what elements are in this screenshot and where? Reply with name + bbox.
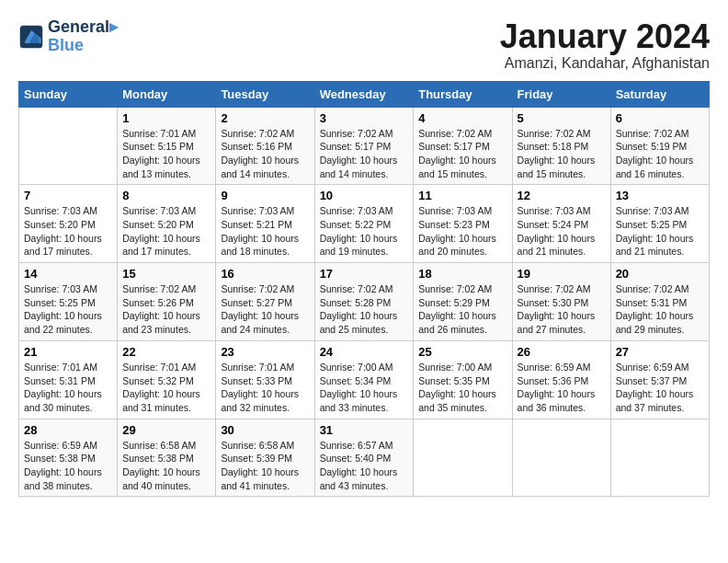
header-row: Sunday Monday Tuesday Wednesday Thursday… bbox=[19, 81, 710, 107]
calendar-cell: 16Sunrise: 7:02 AM Sunset: 5:27 PM Dayli… bbox=[216, 263, 314, 341]
calendar-cell: 18Sunrise: 7:02 AM Sunset: 5:29 PM Dayli… bbox=[414, 263, 512, 341]
day-info: Sunrise: 7:03 AM Sunset: 5:24 PM Dayligh… bbox=[518, 204, 606, 259]
logo-text: General▸ Blue bbox=[48, 18, 118, 55]
calendar-cell: 7Sunrise: 7:03 AM Sunset: 5:20 PM Daylig… bbox=[19, 185, 118, 263]
header-wednesday: Wednesday bbox=[314, 81, 414, 107]
title-block: January 2024 Amanzi, Kandahar, Afghanist… bbox=[500, 18, 710, 72]
day-info: Sunrise: 6:59 AM Sunset: 5:38 PM Dayligh… bbox=[24, 439, 112, 493]
day-info: Sunrise: 7:02 AM Sunset: 5:30 PM Dayligh… bbox=[518, 282, 606, 337]
calendar-subtitle: Amanzi, Kandahar, Afghanistan bbox=[500, 55, 710, 72]
calendar-cell: 31Sunrise: 6:57 AM Sunset: 5:40 PM Dayli… bbox=[314, 419, 414, 497]
logo-icon bbox=[18, 24, 44, 50]
day-info: Sunrise: 7:03 AM Sunset: 5:23 PM Dayligh… bbox=[418, 204, 506, 259]
calendar-cell bbox=[610, 419, 709, 497]
day-info: Sunrise: 6:58 AM Sunset: 5:38 PM Dayligh… bbox=[122, 439, 210, 493]
day-info: Sunrise: 7:00 AM Sunset: 5:35 PM Dayligh… bbox=[418, 361, 506, 415]
calendar-cell bbox=[19, 107, 118, 185]
day-info: Sunrise: 7:03 AM Sunset: 5:25 PM Dayligh… bbox=[616, 204, 704, 259]
day-info: Sunrise: 7:03 AM Sunset: 5:20 PM Dayligh… bbox=[24, 204, 112, 259]
calendar-cell: 8Sunrise: 7:03 AM Sunset: 5:20 PM Daylig… bbox=[118, 185, 216, 263]
calendar-cell: 6Sunrise: 7:02 AM Sunset: 5:19 PM Daylig… bbox=[610, 107, 709, 185]
calendar-cell: 15Sunrise: 7:02 AM Sunset: 5:26 PM Dayli… bbox=[118, 263, 216, 341]
day-info: Sunrise: 7:03 AM Sunset: 5:20 PM Dayligh… bbox=[122, 204, 210, 259]
calendar-cell: 29Sunrise: 6:58 AM Sunset: 5:38 PM Dayli… bbox=[118, 419, 216, 497]
calendar-cell: 26Sunrise: 6:59 AM Sunset: 5:36 PM Dayli… bbox=[512, 340, 610, 419]
header-friday: Friday bbox=[512, 81, 610, 107]
day-number: 31 bbox=[320, 423, 409, 437]
page-header: General▸ Blue January 2024 Amanzi, Kanda… bbox=[18, 18, 710, 72]
calendar-cell: 2Sunrise: 7:02 AM Sunset: 5:16 PM Daylig… bbox=[216, 107, 314, 185]
day-number: 24 bbox=[320, 345, 409, 359]
day-number: 16 bbox=[221, 267, 309, 281]
day-number: 23 bbox=[221, 345, 309, 359]
day-number: 15 bbox=[122, 267, 210, 281]
day-number: 19 bbox=[518, 267, 606, 281]
day-number: 1 bbox=[122, 111, 210, 125]
calendar-cell: 13Sunrise: 7:03 AM Sunset: 5:25 PM Dayli… bbox=[610, 185, 709, 263]
calendar-cell bbox=[414, 419, 512, 497]
day-info: Sunrise: 7:02 AM Sunset: 5:17 PM Dayligh… bbox=[320, 127, 409, 181]
day-info: Sunrise: 7:01 AM Sunset: 5:31 PM Dayligh… bbox=[24, 361, 112, 415]
day-info: Sunrise: 7:03 AM Sunset: 5:21 PM Dayligh… bbox=[221, 204, 309, 259]
day-number: 20 bbox=[616, 267, 704, 281]
calendar-cell: 12Sunrise: 7:03 AM Sunset: 5:24 PM Dayli… bbox=[512, 185, 610, 263]
day-info: Sunrise: 7:00 AM Sunset: 5:34 PM Dayligh… bbox=[320, 361, 409, 415]
day-number: 30 bbox=[221, 423, 309, 437]
day-info: Sunrise: 7:01 AM Sunset: 5:15 PM Dayligh… bbox=[122, 127, 210, 181]
day-number: 7 bbox=[24, 189, 112, 202]
calendar-cell: 3Sunrise: 7:02 AM Sunset: 5:17 PM Daylig… bbox=[314, 107, 414, 185]
day-info: Sunrise: 7:03 AM Sunset: 5:22 PM Dayligh… bbox=[320, 204, 409, 259]
week-row-5: 28Sunrise: 6:59 AM Sunset: 5:38 PM Dayli… bbox=[19, 419, 710, 497]
calendar-cell: 19Sunrise: 7:02 AM Sunset: 5:30 PM Dayli… bbox=[512, 263, 610, 341]
day-number: 12 bbox=[518, 189, 606, 202]
day-info: Sunrise: 6:57 AM Sunset: 5:40 PM Dayligh… bbox=[320, 439, 409, 493]
day-info: Sunrise: 7:02 AM Sunset: 5:17 PM Dayligh… bbox=[418, 127, 506, 181]
day-number: 17 bbox=[320, 267, 409, 281]
calendar-cell: 5Sunrise: 7:02 AM Sunset: 5:18 PM Daylig… bbox=[512, 107, 610, 185]
day-info: Sunrise: 7:02 AM Sunset: 5:16 PM Dayligh… bbox=[221, 127, 309, 181]
day-number: 11 bbox=[418, 189, 506, 202]
day-info: Sunrise: 7:02 AM Sunset: 5:28 PM Dayligh… bbox=[320, 282, 409, 337]
day-number: 3 bbox=[320, 111, 409, 125]
day-number: 14 bbox=[24, 267, 112, 281]
week-row-3: 14Sunrise: 7:03 AM Sunset: 5:25 PM Dayli… bbox=[19, 263, 710, 341]
day-number: 28 bbox=[24, 423, 112, 437]
day-number: 13 bbox=[616, 189, 704, 202]
day-info: Sunrise: 7:02 AM Sunset: 5:31 PM Dayligh… bbox=[616, 282, 704, 337]
header-monday: Monday bbox=[118, 81, 216, 107]
day-info: Sunrise: 6:58 AM Sunset: 5:39 PM Dayligh… bbox=[221, 439, 309, 493]
calendar-body: 1Sunrise: 7:01 AM Sunset: 5:15 PM Daylig… bbox=[19, 107, 710, 497]
calendar-cell: 1Sunrise: 7:01 AM Sunset: 5:15 PM Daylig… bbox=[118, 107, 216, 185]
day-info: Sunrise: 7:02 AM Sunset: 5:26 PM Dayligh… bbox=[122, 282, 210, 337]
day-info: Sunrise: 7:01 AM Sunset: 5:33 PM Dayligh… bbox=[221, 361, 309, 415]
day-info: Sunrise: 7:03 AM Sunset: 5:25 PM Dayligh… bbox=[24, 282, 112, 337]
day-number: 27 bbox=[616, 345, 704, 359]
day-number: 29 bbox=[122, 423, 210, 437]
day-info: Sunrise: 7:02 AM Sunset: 5:19 PM Dayligh… bbox=[616, 127, 704, 181]
day-number: 5 bbox=[518, 111, 606, 125]
day-number: 26 bbox=[518, 345, 606, 359]
calendar-cell: 25Sunrise: 7:00 AM Sunset: 5:35 PM Dayli… bbox=[414, 340, 512, 419]
day-number: 10 bbox=[320, 189, 409, 202]
calendar-cell: 14Sunrise: 7:03 AM Sunset: 5:25 PM Dayli… bbox=[19, 263, 118, 341]
calendar-cell: 30Sunrise: 6:58 AM Sunset: 5:39 PM Dayli… bbox=[216, 419, 314, 497]
header-tuesday: Tuesday bbox=[216, 81, 314, 107]
day-number: 18 bbox=[418, 267, 506, 281]
day-number: 25 bbox=[418, 345, 506, 359]
week-row-4: 21Sunrise: 7:01 AM Sunset: 5:31 PM Dayli… bbox=[19, 340, 710, 419]
day-info: Sunrise: 7:02 AM Sunset: 5:27 PM Dayligh… bbox=[221, 282, 309, 337]
calendar-title: January 2024 bbox=[500, 18, 710, 55]
day-number: 21 bbox=[24, 345, 112, 359]
day-number: 6 bbox=[616, 111, 704, 125]
calendar-cell: 10Sunrise: 7:03 AM Sunset: 5:22 PM Dayli… bbox=[314, 185, 414, 263]
calendar-cell: 21Sunrise: 7:01 AM Sunset: 5:31 PM Dayli… bbox=[19, 340, 118, 419]
calendar-cell: 11Sunrise: 7:03 AM Sunset: 5:23 PM Dayli… bbox=[414, 185, 512, 263]
day-number: 22 bbox=[122, 345, 210, 359]
logo: General▸ Blue bbox=[18, 18, 118, 55]
day-info: Sunrise: 6:59 AM Sunset: 5:37 PM Dayligh… bbox=[616, 361, 704, 415]
day-info: Sunrise: 6:59 AM Sunset: 5:36 PM Dayligh… bbox=[518, 361, 606, 415]
calendar-cell: 20Sunrise: 7:02 AM Sunset: 5:31 PM Dayli… bbox=[610, 263, 709, 341]
day-number: 2 bbox=[221, 111, 309, 125]
calendar-cell: 27Sunrise: 6:59 AM Sunset: 5:37 PM Dayli… bbox=[610, 340, 709, 419]
calendar-table: Sunday Monday Tuesday Wednesday Thursday… bbox=[18, 81, 710, 498]
